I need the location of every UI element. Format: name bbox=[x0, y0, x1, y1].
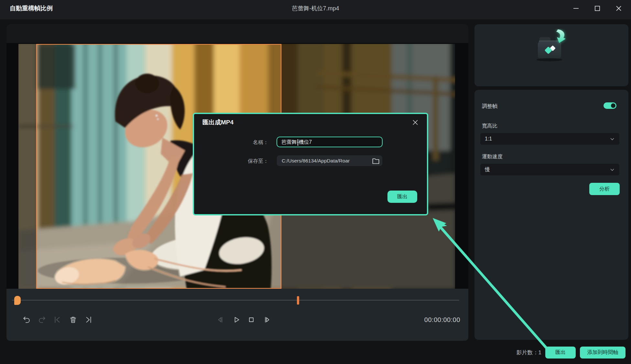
timeline-position-marker[interactable] bbox=[297, 296, 299, 305]
export-name-value: 芭蕾舞-機位7 bbox=[281, 139, 312, 145]
import-folder-icon bbox=[527, 29, 576, 68]
dialog-close-button[interactable] bbox=[411, 118, 420, 127]
adjust-frame-toggle[interactable] bbox=[604, 102, 616, 109]
clip-count: 影片数：1 bbox=[498, 347, 541, 359]
browse-folder-button[interactable] bbox=[372, 157, 380, 164]
skip-start-icon bbox=[53, 316, 61, 324]
save-path-field[interactable]: C:/Users/86134/AppData/Roar bbox=[277, 155, 382, 166]
add-to-timeline-button[interactable]: 添加到時間軸 bbox=[580, 347, 626, 359]
dialog-export-button[interactable]: 匯出 bbox=[387, 191, 417, 203]
text-caret bbox=[298, 139, 298, 146]
import-panel[interactable]: 匯入 bbox=[474, 24, 628, 86]
motion-speed-value: 慢 bbox=[485, 167, 490, 172]
name-field-label: 名稱： bbox=[223, 139, 268, 146]
aspect-ratio-value: 1:1 bbox=[485, 136, 492, 141]
redo-icon bbox=[38, 316, 46, 324]
chevron-down-icon bbox=[608, 135, 616, 143]
previous-frame-icon bbox=[216, 316, 224, 324]
maximize-button[interactable] bbox=[591, 2, 604, 15]
auto-reframe-window: 自動重構幀比例 芭蕾舞-机位7.mp4 bbox=[0, 0, 631, 364]
stop-button[interactable] bbox=[246, 314, 257, 325]
timeline-track[interactable] bbox=[12, 300, 459, 301]
dialog-title: 匯出成MP4 bbox=[202, 118, 234, 127]
export-mp4-dialog: 匯出成MP4 名稱： 芭蕾舞-機位7 保存至： C:/Users/86134/A… bbox=[193, 113, 428, 215]
skip-to-end-button[interactable] bbox=[83, 314, 94, 325]
undo-icon bbox=[22, 316, 31, 324]
crop-dim-left bbox=[18, 44, 37, 289]
toggle-knob bbox=[611, 103, 615, 108]
delete-button[interactable] bbox=[68, 314, 79, 325]
footer-export-button[interactable]: 匯出 bbox=[545, 347, 576, 359]
undo-button[interactable] bbox=[21, 314, 32, 325]
redo-button[interactable] bbox=[37, 314, 48, 325]
close-icon bbox=[412, 119, 419, 126]
skip-end-icon bbox=[84, 316, 93, 324]
playhead-marker[interactable] bbox=[14, 296, 21, 305]
next-frame-button[interactable] bbox=[262, 314, 273, 325]
reframe-settings-panel: 調整幀 寬高比 1:1 運動速度 慢 分析 bbox=[474, 90, 628, 340]
close-button[interactable] bbox=[612, 2, 625, 15]
export-name-input[interactable]: 芭蕾舞-機位7 bbox=[277, 137, 383, 147]
title-bar: 自動重構幀比例 芭蕾舞-机位7.mp4 bbox=[0, 0, 631, 19]
play-icon bbox=[232, 316, 241, 324]
adjust-frame-label: 調整幀 bbox=[482, 103, 497, 110]
trash-icon bbox=[69, 316, 77, 324]
skip-to-start-button[interactable] bbox=[52, 314, 63, 325]
playback-controls-strip: 00:00:00:00 bbox=[6, 289, 468, 341]
folder-icon bbox=[372, 158, 380, 164]
next-frame-icon bbox=[263, 316, 271, 324]
save-path-value: C:/Users/86134/AppData/Roar bbox=[282, 158, 350, 163]
close-icon bbox=[615, 5, 622, 12]
motion-speed-select[interactable]: 慢 bbox=[480, 164, 619, 175]
preview-toolbar bbox=[6, 24, 468, 43]
document-title: 芭蕾舞-机位7.mp4 bbox=[0, 0, 631, 17]
chevron-down-icon bbox=[608, 166, 616, 173]
save-path-label: 保存至： bbox=[223, 158, 268, 165]
analyze-button[interactable]: 分析 bbox=[589, 183, 620, 195]
timecode-display: 00:00:00:00 bbox=[424, 310, 460, 329]
stop-icon bbox=[247, 316, 256, 324]
minimize-button[interactable] bbox=[570, 2, 582, 15]
aspect-ratio-label: 寬高比 bbox=[482, 123, 497, 130]
motion-speed-label: 運動速度 bbox=[482, 153, 503, 160]
aspect-ratio-select[interactable]: 1:1 bbox=[480, 133, 619, 145]
previous-frame-button[interactable] bbox=[215, 314, 226, 325]
play-button[interactable] bbox=[231, 314, 242, 325]
minimize-icon bbox=[572, 5, 580, 12]
maximize-icon bbox=[594, 5, 601, 12]
